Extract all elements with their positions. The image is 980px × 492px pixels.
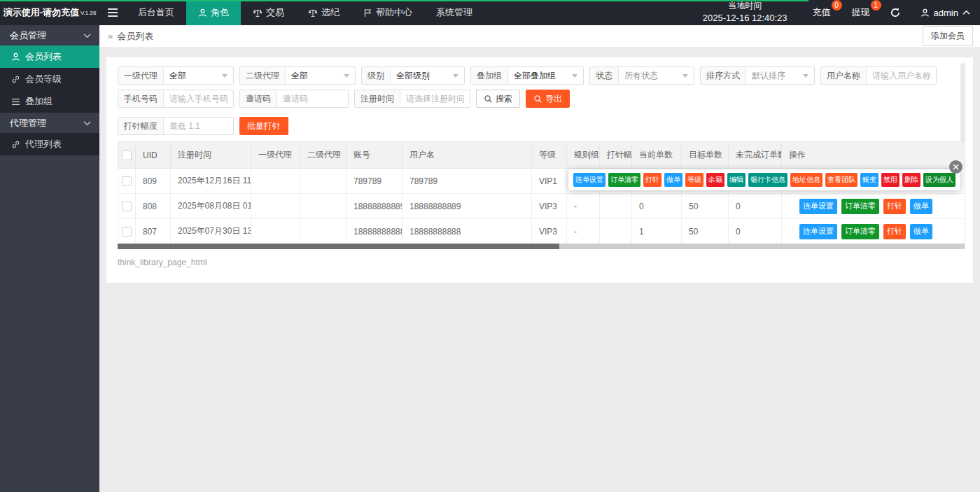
withdraw-button[interactable]: 提现 1 [852, 6, 870, 19]
action-chain-order-settings[interactable]: 连单设置 [799, 199, 837, 214]
popup-action-address-info[interactable]: 地址信息 [790, 173, 822, 187]
row-checkbox[interactable] [122, 227, 132, 237]
action-inject[interactable]: 打针 [883, 224, 906, 239]
filter-invite-code: 邀请码 [239, 90, 349, 108]
sidebar: 会员管理 会员列表 会员等级 叠加组 代理管理 代理列表 [0, 25, 99, 492]
export-button[interactable]: 导出 [526, 90, 570, 108]
popup-close-button[interactable] [949, 160, 962, 174]
popup-action-order-reset[interactable]: 订单清零 [608, 173, 640, 187]
popup-action-disable[interactable]: 禁用 [881, 173, 899, 187]
nav-item-dashboard[interactable]: 后台首页 [126, 0, 186, 25]
filter-username: 用户名称 [820, 66, 937, 85]
popup-action-make-order[interactable]: 做单 [664, 173, 682, 187]
chevron-down-icon [572, 74, 578, 78]
col-agent1: 一级代理 [251, 142, 300, 169]
sidebar-item-member-list[interactable]: 会员列表 [0, 45, 99, 68]
chevron-down-icon [344, 74, 349, 78]
action-order-reset[interactable]: 订单清零 [841, 224, 879, 239]
sidebar-group-agent-management[interactable]: 代理管理 [0, 113, 99, 133]
refresh-icon [890, 7, 901, 18]
popup-action-chain-order-settings[interactable]: 连单设置 [573, 173, 606, 187]
col-agent2: 二级代理 [300, 142, 346, 169]
refresh-button[interactable] [890, 7, 901, 18]
col-register-time: 注册时间 [171, 142, 251, 169]
nav-item-select[interactable]: 选纪 [296, 0, 351, 25]
action-make-order[interactable]: 做单 [910, 224, 932, 239]
chevron-up-icon [962, 10, 970, 15]
filter-stack-group[interactable]: 叠加组 全部叠加组 [470, 66, 584, 85]
sidebar-group-member-management[interactable]: 会员管理 [0, 25, 99, 45]
local-time-label: 当地时间 [703, 0, 788, 12]
invite-code-input[interactable] [277, 90, 348, 107]
link-icon [11, 140, 20, 149]
popup-action-set-fake[interactable]: 设为假人 [923, 173, 955, 187]
filter-agent-level2[interactable]: 二级代理 全部 [239, 66, 356, 85]
sidebar-toggle-button[interactable] [99, 0, 126, 25]
app-logo: 演示使用-请勿充值V.1.26 [0, 0, 99, 25]
filter-panel: 一级代理 全部 二级代理 全部 级别 全部级别 叠加组 全部叠加组 状态 所有状… [118, 66, 952, 140]
chevron-down-icon [453, 74, 458, 78]
filter-row-3: 打针幅度 批量打针 [118, 117, 952, 135]
link-icon [11, 75, 20, 84]
select-all-checkbox[interactable] [122, 150, 132, 160]
nav-item-system[interactable]: 系统管理 [424, 0, 484, 25]
popup-action-view-team[interactable]: 查看团队 [825, 173, 858, 187]
recharge-badge: 0 [832, 0, 842, 10]
needle-range-input[interactable] [164, 118, 233, 134]
popup-action-inject[interactable]: 打针 [643, 173, 662, 187]
col-unfinished-orders: 未完成订单数 [729, 142, 782, 169]
col-uid: UID [136, 142, 171, 169]
add-member-button[interactable]: 添加会员 [923, 26, 973, 46]
filter-status[interactable]: 状态 所有状态 [589, 66, 694, 85]
recharge-button[interactable]: 充值 0 [813, 6, 831, 19]
action-chain-order-settings[interactable]: 连单设置 [799, 224, 837, 239]
phone-input[interactable] [164, 90, 233, 107]
scrollbar-thumb[interactable] [118, 244, 559, 249]
filter-agent-level1[interactable]: 一级代理 全部 [118, 66, 234, 85]
popup-action-level[interactable]: 等级 [685, 173, 704, 187]
action-order-reset[interactable]: 订单清零 [841, 199, 879, 214]
col-rule-group: 规则组 [567, 142, 600, 169]
withdraw-badge: 1 [871, 0, 881, 10]
popup-action-account-change[interactable]: 账变 [860, 173, 878, 187]
chevron-down-icon [222, 74, 227, 78]
person-icon [198, 8, 207, 17]
sidebar-item-stack-group[interactable]: 叠加组 [0, 90, 99, 113]
breadcrumb-bar: » 会员列表 添加会员 [99, 25, 980, 48]
chevron-down-icon [83, 33, 91, 38]
popup-action-bank-info[interactable]: 银行卡信息 [748, 173, 788, 187]
table-row: 808 2025年08月08日 01:41:20 18888888889 188… [118, 194, 965, 219]
close-icon [953, 164, 959, 170]
username-label: admin [934, 8, 958, 18]
nav-item-help-center[interactable]: 帮助中心 [351, 0, 424, 25]
action-inject[interactable]: 打针 [883, 199, 906, 214]
top-menu: 后台首页 角色 交易 选纪 帮助中心 系统管理 [126, 0, 484, 25]
horizontal-scrollbar[interactable] [118, 244, 965, 249]
user-menu[interactable]: admin [913, 8, 970, 18]
row-checkbox[interactable] [122, 176, 132, 186]
col-needle-range: 打针幅度 [600, 142, 632, 169]
filter-row-1: 一级代理 全部 二级代理 全部 级别 全部级别 叠加组 全部叠加组 状态 所有状… [118, 66, 952, 85]
list-icon [11, 98, 20, 106]
app-title: 演示使用-请勿充值 [4, 6, 79, 19]
local-time-value: 2025-12-16 12:40:23 [703, 12, 788, 25]
filter-sort-order[interactable]: 排序方式 默认排序 [700, 66, 815, 85]
navbar-right: 当地时间 2025-12-16 12:40:23 充值 0 提现 1 admin [703, 0, 980, 25]
register-time-input[interactable] [400, 90, 470, 107]
chevron-down-icon [682, 74, 688, 78]
popup-action-delete[interactable]: 删除 [902, 173, 920, 187]
nav-item-trade[interactable]: 交易 [241, 0, 296, 25]
sidebar-item-member-level[interactable]: 会员等级 [0, 68, 99, 90]
popup-action-balance[interactable]: 余额 [706, 173, 724, 187]
sidebar-item-agent-list[interactable]: 代理列表 [0, 133, 99, 155]
nav-item-roles[interactable]: 角色 [186, 0, 241, 25]
filter-level[interactable]: 级别 全部级别 [361, 66, 465, 85]
action-make-order[interactable]: 做单 [910, 199, 932, 214]
chevron-down-icon [803, 74, 808, 78]
search-button[interactable]: 搜索 [476, 90, 520, 108]
scales-icon [308, 8, 318, 17]
batch-needle-button[interactable]: 批量打针 [239, 117, 288, 135]
row-checkbox[interactable] [122, 202, 132, 211]
username-input[interactable] [867, 67, 936, 84]
popup-action-edit[interactable]: 编辑 [727, 173, 746, 187]
